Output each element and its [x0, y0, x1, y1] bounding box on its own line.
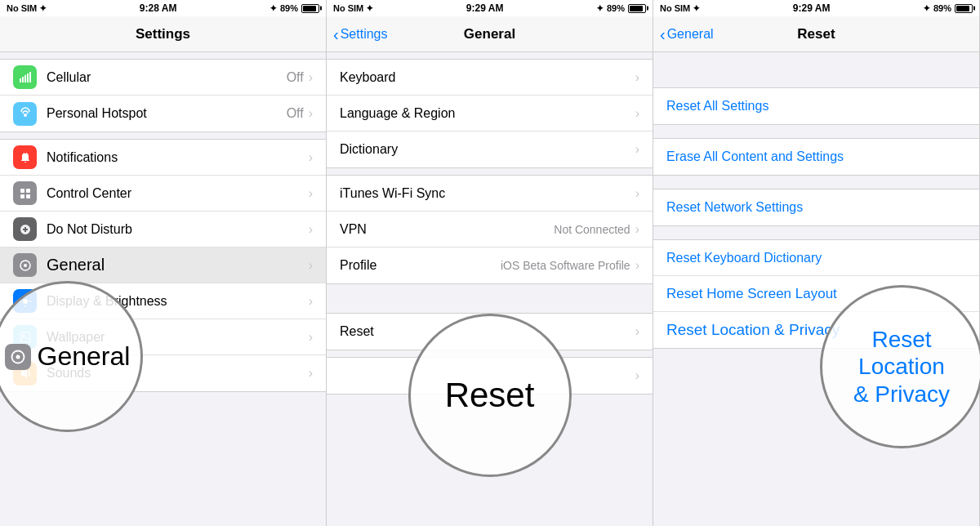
hotspot-value: Off [287, 106, 304, 121]
nav-title-2: General [464, 26, 515, 42]
settings-back-button[interactable]: ‹ Settings [333, 26, 387, 42]
general-section-extra: › [327, 357, 653, 394]
cellular-icon [13, 65, 37, 89]
nav-bar-2: ‹ Settings General [327, 16, 653, 52]
cellular-value: Off [287, 70, 304, 85]
notifications-item[interactable]: Notifications › [0, 140, 326, 176]
reset-location-label: Reset Location & Privacy [666, 321, 840, 339]
reset-keyboard-item[interactable]: Reset Keyboard Dictionary [653, 240, 979, 276]
time-1: 9:28 AM [140, 2, 177, 14]
keyboard-chevron: › [635, 70, 639, 85]
status-left-1: No SIM ✦ [7, 3, 47, 14]
general-label: General [47, 256, 309, 274]
svg-rect-4 [29, 72, 31, 82]
cellular-chevron: › [309, 70, 313, 85]
reset-network-item[interactable]: Reset Network Settings [653, 189, 979, 225]
back-chevron-2: ‹ [333, 26, 339, 42]
control-center-icon [13, 181, 37, 205]
display-icon [13, 289, 37, 313]
no-sim-label-1: No SIM ✦ [7, 3, 47, 14]
svg-rect-1 [22, 77, 24, 82]
sep-3 [653, 226, 979, 233]
general-section-connectivity: iTunes Wi-Fi Sync › VPN Not Connected › … [327, 175, 653, 284]
svg-rect-2 [24, 75, 26, 82]
reset-group-1: Reset All Settings [653, 87, 979, 125]
hotspot-label: Personal Hotspot [47, 106, 287, 121]
vpn-chevron: › [635, 222, 639, 237]
nav-bar-3: ‹ General Reset [653, 16, 979, 52]
cellular-label: Cellular [47, 70, 287, 85]
dnd-chevron: › [309, 222, 313, 237]
sounds-item[interactable]: Sounds › [0, 355, 326, 391]
notifications-icon [13, 145, 37, 169]
vpn-item[interactable]: VPN Not Connected › [327, 212, 653, 247]
svg-rect-9 [26, 194, 30, 198]
do-not-disturb-item[interactable]: Do Not Disturb › [0, 212, 326, 247]
reset-network-label: Reset Network Settings [666, 200, 803, 215]
itunes-label: iTunes Wi-Fi Sync [340, 186, 635, 201]
sep-1 [653, 125, 979, 132]
profile-item[interactable]: Profile iOS Beta Software Profile › [327, 247, 653, 283]
bluetooth-icon-2: ✦ [596, 3, 604, 14]
svg-rect-3 [27, 74, 29, 82]
reset-top-gap [653, 52, 979, 81]
back-label-2: Settings [341, 27, 388, 42]
time-2: 9:29 AM [466, 2, 504, 14]
battery-percent-1: 89% [280, 3, 298, 13]
reset-group-4: Reset Keyboard Dictionary Reset Home Scr… [653, 239, 979, 349]
nav-title-3: Reset [797, 26, 835, 42]
profile-label: Profile [340, 258, 501, 273]
status-bar-1: No SIM ✦ 9:28 AM ✦ 89% [0, 0, 326, 16]
keyboard-item[interactable]: Keyboard › [327, 60, 653, 96]
display-brightness-item[interactable]: Display & Brightness › [0, 283, 326, 319]
wallpaper-item[interactable]: Wallpaper › [0, 319, 326, 355]
dictionary-item[interactable]: Dictionary › [327, 132, 653, 167]
reset-all-settings-item[interactable]: Reset All Settings [653, 88, 979, 124]
back-chevron-3: ‹ [660, 26, 666, 42]
reset-home-screen-item[interactable]: Reset Home Screen Layout [653, 276, 979, 312]
battery-icon-3 [955, 4, 973, 13]
language-region-item[interactable]: Language & Region › [327, 96, 653, 132]
itunes-wifi-sync-item[interactable]: iTunes Wi-Fi Sync › [327, 176, 653, 212]
reset-all-settings-label: Reset All Settings [666, 99, 768, 114]
general-icon [13, 253, 37, 277]
reset-nav-item[interactable]: Reset › [327, 314, 653, 350]
panel-general: No SIM ✦ 9:29 AM ✦ 89% ‹ Settings Genera… [327, 0, 653, 526]
svg-rect-8 [20, 194, 24, 198]
sep-2 [653, 176, 979, 182]
svg-point-12 [23, 299, 28, 304]
personal-hotspot-item[interactable]: Personal Hotspot Off › [0, 96, 326, 132]
cellular-item[interactable]: Cellular Off › [0, 60, 326, 96]
language-chevron: › [635, 106, 639, 121]
status-left-3: No SIM ✦ [660, 3, 700, 14]
nav-bar-1: Settings [0, 16, 326, 52]
extra-item-1[interactable]: › [327, 358, 653, 394]
notifications-chevron: › [309, 150, 313, 165]
general-back-button[interactable]: ‹ General [660, 26, 714, 42]
status-right-1: ✦ 89% [270, 3, 319, 14]
reset-location-item[interactable]: Reset Location & Privacy [653, 312, 979, 348]
no-sim-label-3: No SIM ✦ [660, 3, 700, 14]
dnd-icon [13, 217, 37, 241]
wallpaper-chevron: › [309, 330, 313, 345]
status-left-2: No SIM ✦ [333, 3, 373, 14]
time-3: 9:29 AM [793, 2, 831, 14]
vpn-value: Not Connected [554, 223, 630, 236]
hotspot-icon [13, 102, 37, 126]
erase-all-item[interactable]: Erase All Content and Settings [653, 139, 979, 175]
control-center-label: Control Center [47, 186, 309, 201]
reset-home-screen-label: Reset Home Screen Layout [666, 286, 837, 302]
notifications-label: Notifications [47, 150, 309, 165]
battery-percent-3: 89% [933, 3, 951, 13]
sounds-icon [13, 362, 37, 386]
general-chevron: › [309, 258, 313, 273]
language-label: Language & Region [340, 106, 635, 121]
control-center-chevron: › [309, 186, 313, 201]
dnd-label: Do Not Disturb [47, 222, 309, 237]
general-item[interactable]: General › [0, 247, 326, 283]
nav-title-1: Settings [136, 26, 190, 42]
display-label: Display & Brightness [47, 294, 309, 309]
status-right-2: ✦ 89% [596, 3, 646, 14]
control-center-item[interactable]: Control Center › [0, 176, 326, 212]
svg-rect-17 [20, 332, 30, 342]
